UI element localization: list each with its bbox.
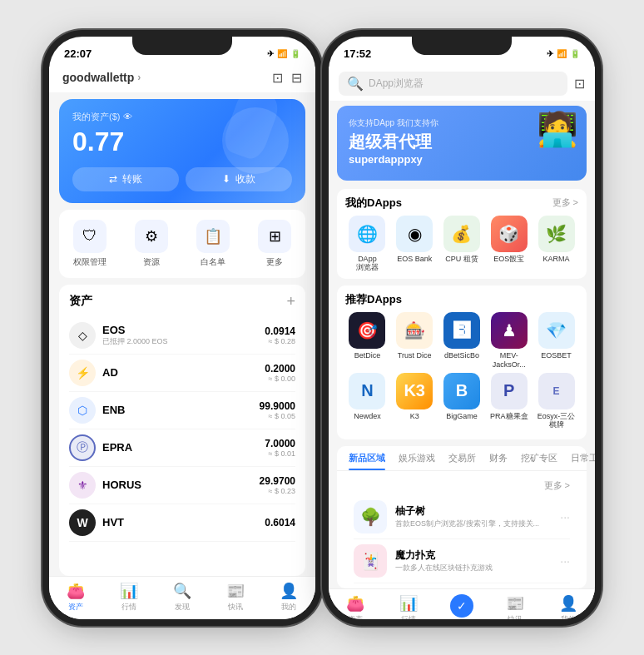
eye-icon[interactable]: 👁 bbox=[123, 112, 132, 122]
my-dapps-header: 我的DApps 更多 > bbox=[345, 196, 578, 211]
qr-icon[interactable]: ⊡ bbox=[272, 70, 283, 86]
asset-card: 我的资产($) 👁 0.77 ⇄ 转账 ⬇ 收款 bbox=[59, 99, 305, 203]
left-phone: 22:07 ✈ 📶 🔋 goodwallettp › ⊡ ⊟ bbox=[49, 37, 315, 619]
scan-icon[interactable]: ⊟ bbox=[291, 70, 302, 86]
tab-games[interactable]: 娱乐游戏 bbox=[392, 446, 442, 470]
resources-icon: ⚙ bbox=[135, 220, 168, 253]
nav-news[interactable]: 📰 快讯 bbox=[209, 582, 262, 613]
right-phone: 17:52 ✈ 📶 🔋 🔍 DApp浏览器 ⊡ 你支持DApp 我们支持你 超 bbox=[329, 37, 595, 619]
search-input[interactable]: 🔍 DApp浏览器 bbox=[339, 72, 567, 96]
dapp-karma-icon: 🌿 bbox=[538, 216, 575, 252]
dapp-mev[interactable]: ♟ MEV-JacksOr... bbox=[487, 312, 531, 370]
dapp-eosbet[interactable]: 💎 EOSBET bbox=[534, 312, 578, 370]
wallet-name[interactable]: goodwallettp › bbox=[62, 71, 141, 84]
bottom-nav-right: 👛 资产 📊 行情 ✓ 发现 📰 快讯 👤 我的 bbox=[329, 588, 595, 618]
hvt-info: HVT bbox=[102, 516, 265, 528]
tab-daily[interactable]: 日常工... bbox=[564, 446, 595, 470]
wallet-header: goodwallettp › ⊡ ⊟ bbox=[49, 67, 315, 92]
bottom-nav-left: 👛 资产 📊 行情 🔍 发现 📰 快讯 👤 我的 bbox=[49, 576, 315, 619]
card-actions: ⇄ 转账 ⬇ 收款 bbox=[72, 167, 292, 191]
nav-r-discover[interactable]: ✓ 发现 bbox=[435, 594, 488, 618]
tabs-row: 新品区域 娱乐游戏 交易所 财务 挖矿专区 日常工... bbox=[337, 446, 587, 471]
dapp-trustdice[interactable]: 🎰 Trust Dice bbox=[393, 312, 437, 370]
dapp-eosbank[interactable]: ◉ EOS Bank bbox=[393, 216, 437, 273]
tab-finance[interactable]: 财务 bbox=[483, 446, 514, 470]
quick-actions: 🛡 权限管理 ⚙ 资源 📋 白名单 ⊞ 更多 bbox=[59, 210, 305, 278]
asset-label: 我的资产($) 👁 bbox=[72, 111, 292, 123]
tab-exchange[interactable]: 交易所 bbox=[442, 446, 483, 470]
dapp-pra-icon: P bbox=[491, 373, 528, 409]
battery-icon: 🔋 bbox=[290, 49, 300, 58]
enb-info: ENB bbox=[102, 404, 260, 416]
status-icons-right: ✈ 📶 🔋 bbox=[547, 49, 580, 58]
asset-row-hvt[interactable]: W HVT 0.6014 bbox=[69, 504, 295, 542]
epra-info: EPRA bbox=[102, 441, 265, 454]
dapp-betdice[interactable]: 🎯 BetDice bbox=[345, 312, 389, 370]
eos-icon: ◇ bbox=[69, 322, 96, 349]
dapp-eosyx-icon: E bbox=[538, 373, 575, 409]
nav-assets[interactable]: 👛 资产 bbox=[49, 582, 102, 613]
dapp-eosdice[interactable]: 🎲 EOS骰宝 bbox=[487, 216, 531, 273]
nav-profile[interactable]: 👤 我的 bbox=[262, 582, 315, 613]
asset-row-epra[interactable]: Ⓟ EPRA 7.0000 ≈ $ 0.01 bbox=[69, 429, 295, 467]
dapp-eosbank-icon: ◉ bbox=[396, 216, 433, 252]
enb-icon: ⬡ bbox=[69, 397, 96, 424]
dapp-betdice-icon: 🎯 bbox=[349, 312, 385, 349]
add-asset-button[interactable]: + bbox=[286, 293, 295, 310]
dapp-dbetsicbo[interactable]: 🅱 dBetSicBo bbox=[440, 312, 484, 370]
nav-r-assets[interactable]: 👛 资产 bbox=[329, 594, 382, 618]
quick-action-permissions[interactable]: 🛡 权限管理 bbox=[59, 220, 121, 268]
yuzushu-more-dots: ··· bbox=[560, 510, 570, 524]
assets-icon-r: 👛 bbox=[346, 594, 364, 613]
dapp-biggame[interactable]: B BigGame bbox=[440, 373, 484, 430]
battery-icon-r: 🔋 bbox=[570, 49, 580, 58]
asset-row-eos[interactable]: ◇ EOS 已抵押 2.0000 EOS 0.0914 ≈ $ 0.28 bbox=[69, 317, 295, 355]
epra-icon: Ⓟ bbox=[69, 434, 96, 461]
quick-action-resources[interactable]: ⚙ 资源 bbox=[121, 220, 182, 268]
dapp-newdex[interactable]: N Newdex bbox=[345, 373, 389, 430]
my-dapps-grid: 🌐 DApp浏览器 ◉ EOS Bank 💰 CPU 租赁 🎲 EOS骰宝 bbox=[345, 216, 578, 273]
nav-market[interactable]: 📊 行情 bbox=[102, 582, 156, 613]
new-apps-more[interactable]: 更多 > bbox=[354, 476, 570, 495]
dapp-cpuloan[interactable]: 💰 CPU 租赁 bbox=[440, 216, 484, 273]
airplane-icon-r: ✈ bbox=[547, 49, 553, 58]
dapp-eosyx[interactable]: E Eosyx-三公棋牌 bbox=[534, 373, 578, 430]
dapp-karma[interactable]: 🌿 KARMA bbox=[534, 216, 578, 273]
horus-icon: ⚜ bbox=[69, 472, 96, 499]
transfer-button[interactable]: ⇄ 转账 bbox=[72, 167, 179, 191]
asset-row-enb[interactable]: ⬡ ENB 99.9000 ≈ $ 0.05 bbox=[69, 392, 295, 429]
fullscreen-icon[interactable]: ⊡ bbox=[574, 76, 585, 92]
dapp-pra[interactable]: P PRA糖果盒 bbox=[487, 373, 531, 430]
asset-row-ad[interactable]: ⚡ AD 0.2000 ≈ $ 0.00 bbox=[69, 355, 295, 392]
nav-r-profile[interactable]: 👤 我的 bbox=[542, 594, 595, 618]
receive-icon: ⬇ bbox=[222, 173, 230, 185]
dapp-k3[interactable]: K3 K3 bbox=[393, 373, 437, 430]
enb-value: 99.9000 ≈ $ 0.05 bbox=[260, 400, 295, 420]
new-app-yuzushu[interactable]: 🌳 柚子树 首款EOS制户浏览器/搜索引擎，支持接关... ··· bbox=[354, 495, 570, 539]
recommended-row-2: N Newdex K3 K3 B BigGame P PRA糖果盒 bbox=[345, 373, 578, 430]
banner[interactable]: 你支持DApp 我们支持你 超级君代理 superdapppxy 🧑‍💻 bbox=[337, 106, 587, 181]
ad-info: AD bbox=[102, 366, 265, 379]
asset-list: 资产 + ◇ EOS 已抵押 2.0000 EOS 0.0914 ≈ $ 0.2… bbox=[59, 285, 305, 576]
nav-r-market[interactable]: 📊 行情 bbox=[382, 594, 435, 618]
asset-row-horus[interactable]: ⚜ HORUS 29.9700 ≈ $ 0.23 bbox=[69, 467, 295, 504]
nav-r-news[interactable]: 📰 快讯 bbox=[488, 594, 542, 618]
new-apps-section: 更多 > 🌳 柚子树 首款EOS制户浏览器/搜索引擎，支持接关... ··· 🃏… bbox=[345, 471, 578, 588]
poker-info: 魔力扑克 一款多人在线区块链扑克游戏 bbox=[395, 548, 552, 573]
search-bar: 🔍 DApp浏览器 ⊡ bbox=[329, 67, 595, 101]
yuzushu-info: 柚子树 首款EOS制户浏览器/搜索引擎，支持接关... bbox=[395, 504, 552, 529]
my-dapps-more[interactable]: 更多 > bbox=[552, 196, 578, 209]
tab-new[interactable]: 新品区域 bbox=[342, 446, 392, 470]
quick-action-more[interactable]: ⊞ 更多 bbox=[244, 220, 305, 268]
dapp-biggame-icon: B bbox=[443, 373, 480, 409]
tab-mining[interactable]: 挖矿专区 bbox=[514, 446, 564, 470]
dapp-browser[interactable]: 🌐 DApp浏览器 bbox=[345, 216, 389, 273]
dapp-mev-icon: ♟ bbox=[491, 312, 528, 349]
receive-button[interactable]: ⬇ 收款 bbox=[186, 167, 292, 191]
new-app-poker[interactable]: 🃏 魔力扑克 一款多人在线区块链扑克游戏 ··· bbox=[354, 539, 570, 583]
quick-action-whitelist[interactable]: 📋 白名单 bbox=[182, 220, 244, 268]
notch bbox=[132, 37, 232, 55]
whitelist-icon: 📋 bbox=[196, 220, 230, 253]
recommended-section: 推荐DApps 🎯 BetDice 🎰 Trust Dice 🅱 dBetSic… bbox=[337, 285, 587, 439]
nav-discover[interactable]: 🔍 发现 bbox=[156, 582, 209, 613]
